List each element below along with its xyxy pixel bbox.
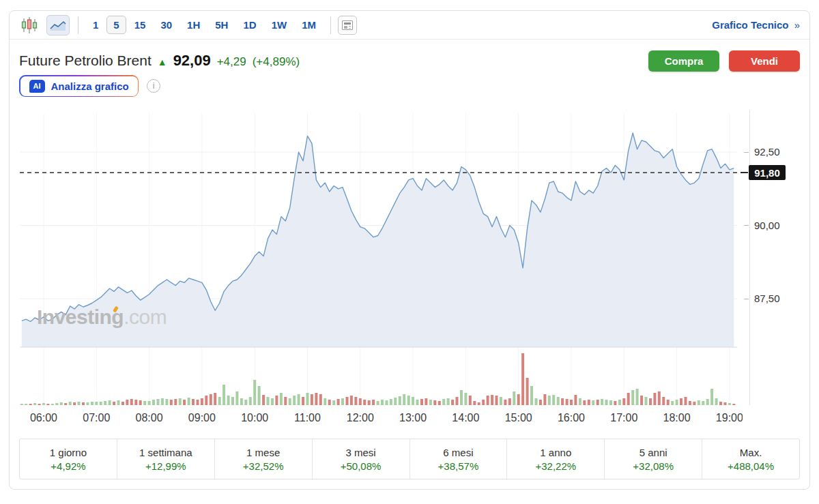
perf-value: +38,57%: [438, 460, 479, 472]
price-tick-label: 90,00: [754, 220, 780, 231]
time-tick-label: 12:00: [343, 412, 378, 424]
perf-cell-3-mesi: 3 mesi +50,08%: [313, 439, 410, 479]
perf-cell-1-settimana: 1 settimana +12,99%: [117, 439, 215, 479]
time-tick-label: 09:00: [184, 412, 220, 424]
price-tick: [744, 152, 749, 153]
perf-cell-6-mesi: 6 mesi +38,57%: [410, 439, 508, 479]
perf-label: 5 anni: [640, 447, 667, 458]
current-price-badge: 91,80: [749, 165, 786, 180]
time-tick-label: 11:00: [290, 412, 326, 424]
price-axis-line: [749, 110, 750, 405]
time-tick-label: 06:00: [26, 412, 61, 424]
price-tick-label: 92,50: [754, 146, 780, 158]
perf-value: +488,04%: [728, 460, 774, 472]
current-price-tick: [741, 172, 748, 173]
price-tick: [744, 299, 749, 299]
time-tick-label: 15:00: [501, 412, 536, 424]
price-tick: [744, 225, 749, 226]
perf-label: 1 settimana: [139, 447, 192, 458]
perf-cell-5-anni: 5 anni +32,08%: [605, 439, 702, 479]
perf-cell-1-giorno: 1 giorno +4,92%: [20, 439, 117, 479]
time-tick-label: 17:00: [606, 412, 642, 424]
perf-value: +32,52%: [243, 460, 284, 472]
perf-label: 6 mesi: [443, 447, 473, 458]
time-tick-label: 08:00: [132, 412, 167, 424]
performance-table: 1 giorno +4,92% 1 settimana +12,99% 1 me…: [19, 439, 800, 479]
perf-value: +12,99%: [145, 460, 186, 472]
perf-label: 1 giorno: [50, 447, 87, 458]
perf-label: 1 anno: [540, 447, 571, 458]
time-tick-label: 18:00: [659, 412, 695, 424]
time-tick-label: 16:00: [554, 412, 589, 424]
perf-cell-1-anno: 1 anno +32,22%: [507, 439, 605, 479]
time-tick-label: 14:00: [448, 412, 483, 424]
time-axis: 06:0007:0008:0009:0010:0011:0012:0013:00…: [10, 412, 743, 426]
perf-value: +50,08%: [341, 460, 382, 472]
perf-cell-max: Max. +488,04%: [702, 439, 799, 479]
time-tick-label: 07:00: [78, 412, 114, 424]
perf-value: +4,92%: [51, 460, 85, 472]
time-tick-label: 10:00: [237, 412, 272, 424]
chart-widget-card: 1 5 15 30 1H 5H 1D 1W 1M Grafico Tecnico…: [9, 10, 810, 490]
perf-value: +32,08%: [633, 460, 674, 472]
perf-cell-1-mese: 1 mese +32,52%: [215, 439, 313, 479]
perf-label: 3 mesi: [345, 447, 375, 458]
price-tick-label: 87,50: [754, 293, 780, 304]
perf-value: +32,22%: [535, 460, 576, 472]
time-tick-label: 19:00: [712, 412, 743, 424]
time-tick-label: 13:00: [395, 412, 431, 424]
perf-label: Max.: [740, 447, 762, 458]
perf-label: 1 mese: [246, 447, 280, 458]
